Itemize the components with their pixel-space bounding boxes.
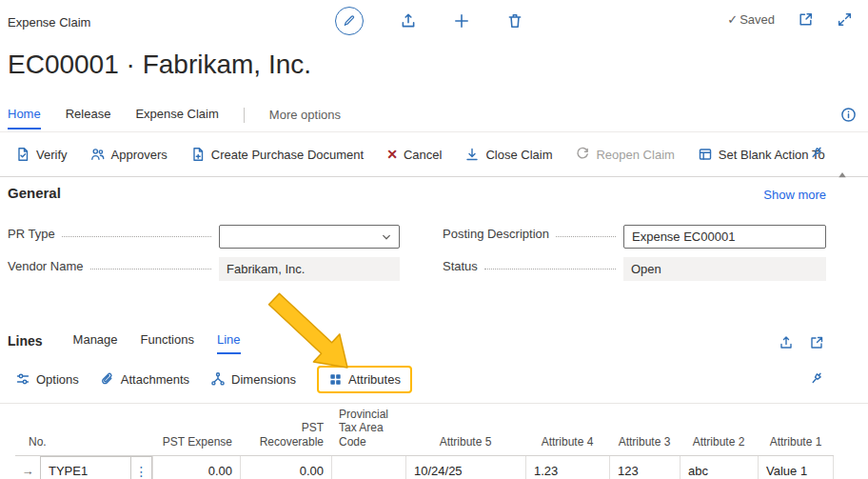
expand-icon[interactable] [837,11,853,28]
dimensions-icon [210,371,226,387]
cell-no-value: TYPE1 [41,464,88,478]
tool-label: Attributes [348,372,401,387]
lines-heading: Lines [8,333,43,354]
row-selector-icon: → [15,456,40,479]
tab-home[interactable]: Home [8,107,41,130]
tab-expense-claim[interactable]: Expense Claim [135,107,218,130]
share-icon[interactable] [779,335,794,350]
create-purchase-document-button[interactable]: Create Purchase Document [190,147,364,162]
cell-pst-expense[interactable]: 0.00 [152,456,240,479]
col-header-provincial-tax-area-code[interactable]: Provincial Tax Area Code [331,404,405,456]
dimensions-button[interactable]: Dimensions [210,367,296,391]
col-header-attribute-3[interactable]: Attribute 3 [609,404,680,456]
dotted-leader [62,236,211,237]
pencil-icon [343,14,356,28]
cancel-button[interactable]: ✕ Cancel [386,148,442,162]
pin-icon[interactable] [809,145,824,160]
lines-toolbar: Options Attachments Dimensions Attribute… [15,363,412,395]
col-header-pst-recoverable[interactable]: PST Recoverable [240,404,331,456]
approvers-icon [90,147,106,162]
dotted-leader [90,269,212,269]
more-options[interactable]: More options [269,108,341,129]
action-label: Close Claim [485,148,552,162]
pr-type-combobox[interactable] [219,225,400,249]
vendor-name-field: Fabrikam, Inc. [219,257,400,281]
purchase-document-icon [190,147,206,162]
cell-attribute-4[interactable]: 1.23 [525,456,609,479]
action-label: Verify [36,148,68,162]
verify-icon [15,147,30,162]
col-header-attribute-2[interactable]: Attribute 2 [680,404,758,456]
tool-label: Dimensions [231,372,296,387]
cell-attribute-5[interactable]: 10/24/25 [405,456,525,479]
page-title: EC00001 · Fabrikam, Inc. [8,50,311,80]
row-more-button[interactable]: ⋮ [130,457,151,479]
cell-no[interactable]: TYPE1 ⋮ [40,456,152,479]
general-heading: General [8,185,61,201]
lines-header: Lines Manage Functions Line [8,332,241,354]
vendor-name-value: Fabrikam, Inc. [227,262,305,276]
close-claim-button[interactable]: Close Claim [464,147,552,162]
set-blank-action-to-button[interactable]: Set Blank Action To [698,147,825,162]
scrollbar-up-icon[interactable] [837,170,848,181]
col-header-attribute-5[interactable]: Attribute 5 [405,404,525,456]
attributes-button[interactable]: Attributes [317,366,412,393]
dotted-leader [484,269,616,269]
cell-provincial-tax-area-code[interactable] [331,456,405,479]
action-label: Cancel [404,148,442,162]
approvers-button[interactable]: Approvers [90,147,168,162]
section-divider [0,176,868,177]
tab-release[interactable]: Release [66,107,111,130]
attachments-button[interactable]: Attachments [100,367,189,391]
expense-claim-page: Expense Claim ✓ Saved EC00001 · Fabrikam [0,0,868,479]
tabs-divider [244,108,245,123]
info-icon[interactable] [840,107,857,123]
posting-description-label: Posting Description [443,227,623,241]
cell-attribute-3[interactable]: 123 [609,456,680,479]
lines-tab-line[interactable]: Line [217,332,241,354]
status-value: Open [631,262,661,276]
col-header-attribute-1[interactable]: Attribute 1 [758,404,834,456]
reopen-claim-button[interactable]: Reopen Claim [575,147,674,162]
popout-icon[interactable] [809,335,824,350]
vendor-name-label: Vendor Name [8,259,219,273]
reopen-icon [575,147,590,162]
chevron-down-icon [380,230,393,244]
saved-status: ✓ Saved [727,12,775,27]
cancel-x-icon: ✕ [386,148,398,161]
tabs-separator [0,131,868,132]
topbar-status: ✓ Saved [727,11,853,28]
options-button[interactable]: Options [15,367,79,391]
trash-icon[interactable] [506,12,523,30]
lines-table: No. PST Expense PST Recoverable Provinci… [15,404,836,479]
breadcrumb[interactable]: Expense Claim [8,15,90,30]
verify-button[interactable]: Verify [15,147,68,162]
table-icon [698,147,713,162]
saved-label: Saved [740,12,775,27]
col-header-attribute-4[interactable]: Attribute 4 [525,404,609,456]
lines-tab-manage[interactable]: Manage [73,332,118,354]
status-label: Status [443,259,623,273]
lines-header-icons [779,335,824,350]
cell-attribute-1[interactable]: Value 1 [758,456,834,479]
lines-tab-functions[interactable]: Functions [141,332,194,354]
dotted-leader [556,236,616,237]
edit-button[interactable] [335,7,364,35]
share-icon[interactable] [400,12,417,30]
tool-label: Options [36,372,79,387]
action-bar: Verify Approvers Create Purchase Documen… [15,139,825,170]
plus-icon[interactable] [453,12,470,30]
col-header-pst-expense[interactable]: PST Expense [152,404,240,456]
pin-icon[interactable] [809,370,824,386]
popout-icon[interactable] [798,11,814,28]
show-more-link[interactable]: Show more [763,188,826,202]
posting-description-input[interactable]: Expense EC00001 [623,225,826,249]
cell-attribute-2[interactable]: abc [680,456,758,479]
col-header-no[interactable]: No. [15,404,152,456]
paperclip-icon [100,371,115,387]
cell-pst-recoverable[interactable]: 0.00 [240,456,331,479]
action-label: Create Purchase Document [211,148,364,162]
nav-tabs: Home Release Expense Claim More options [8,107,341,130]
check-icon: ✓ [727,12,738,27]
pr-type-label: PR Type [8,227,219,241]
